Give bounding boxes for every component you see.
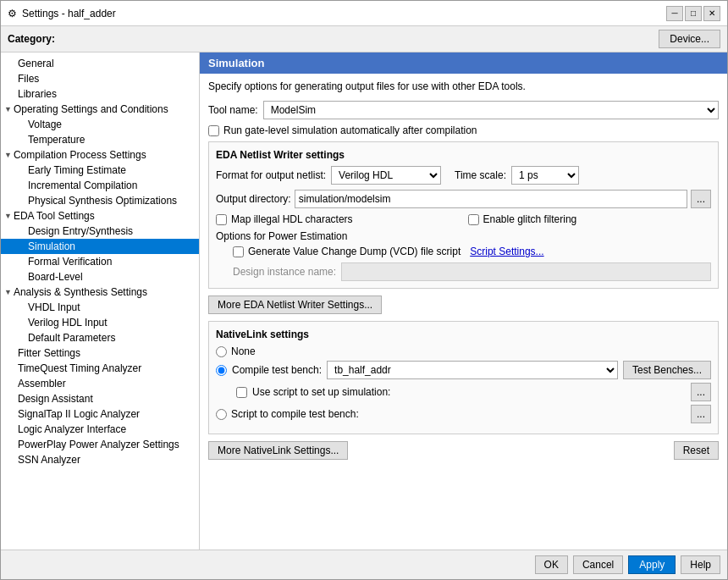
script-compile-row: Script to compile test bench: ...	[216, 405, 711, 423]
chevron-down-icon: ▼	[4, 105, 12, 113]
more-eda-button[interactable]: More EDA Netlist Writer Settings...	[208, 296, 382, 314]
output-dir-input[interactable]: simulation/modelsim	[295, 190, 687, 208]
run-gate-level-checkbox[interactable]	[208, 125, 219, 136]
timescale-select[interactable]: 1 ps 10 ps 1 ns	[511, 166, 579, 185]
checkboxes-row: Map illegal HDL characters Enable glitch…	[216, 213, 711, 230]
tool-name-select[interactable]: ModelSim ModelSim-Altera None	[263, 101, 719, 119]
sidebar-item-assembler[interactable]: Assembler	[1, 376, 199, 391]
sidebar-item-libraries[interactable]: Libraries	[1, 86, 199, 102]
sidebar-label-compilation: Compilation Process Settings	[14, 149, 146, 161]
title-buttons: ─ □ ✕	[666, 6, 720, 21]
test-benches-button[interactable]: Test Benches...	[623, 361, 711, 379]
sidebar-section-analysis[interactable]: ▼ Analysis & Synthesis Settings	[1, 284, 199, 300]
none-radio[interactable]	[216, 346, 227, 357]
minimize-button[interactable]: ─	[666, 6, 683, 21]
use-script-label: Use script to set up simulation:	[252, 386, 390, 398]
sidebar-item-incremental[interactable]: Incremental Compilation	[1, 178, 199, 193]
sidebar-item-ssn[interactable]: SSN Analyzer	[1, 452, 199, 467]
close-button[interactable]: ✕	[703, 6, 720, 21]
sidebar-item-vhdl[interactable]: VHDL Input	[1, 300, 199, 315]
use-script-browse-button[interactable]: ...	[691, 383, 711, 401]
design-instance-row: Design instance name:	[233, 262, 711, 281]
compile-bench-row: Compile test bench: tb_half_addr Test Be…	[216, 361, 711, 379]
panel-description: Specify options for generating output fi…	[208, 80, 719, 92]
map-illegal-label: Map illegal HDL characters	[231, 213, 353, 225]
sidebar-item-design-entry[interactable]: Design Entry/Synthesis	[1, 224, 199, 239]
right-panel: Simulation Specify options for generatin…	[200, 52, 727, 550]
sidebar-item-powerplay[interactable]: PowerPlay Power Analyzer Settings	[1, 437, 199, 452]
sidebar-item-timequest[interactable]: TimeQuest Timing Analyzer	[1, 361, 199, 376]
sidebar-label-eda: EDA Tool Settings	[14, 210, 95, 222]
generate-vcd-label: Generate Value Change Dump (VCD) file sc…	[248, 246, 461, 257]
title-bar-left: ⚙ Settings - half_adder	[8, 8, 116, 19]
output-dir-browse-button[interactable]: ...	[691, 190, 711, 208]
sidebar-item-design-assistant[interactable]: Design Assistant	[1, 391, 199, 406]
output-dir-row: Output directory: simulation/modelsim ..…	[216, 190, 711, 208]
sidebar-item-files[interactable]: Files	[1, 71, 199, 86]
sidebar-section-eda[interactable]: ▼ EDA Tool Settings	[1, 208, 199, 224]
ok-button[interactable]: OK	[535, 555, 568, 574]
script-compile-radio[interactable]	[216, 409, 227, 420]
map-illegal-row: Map illegal HDL characters	[216, 213, 460, 225]
sidebar-item-voltage[interactable]: Voltage	[1, 117, 199, 132]
device-button[interactable]: Device...	[659, 30, 720, 48]
format-label: Format for output netlist:	[216, 169, 326, 181]
sidebar-item-early-timing[interactable]: Early Timing Estimate	[1, 163, 199, 178]
maximize-button[interactable]: □	[685, 6, 702, 21]
title-bar: ⚙ Settings - half_adder ─ □ ✕	[1, 1, 727, 26]
sidebar-section-compilation[interactable]: ▼ Compilation Process Settings	[1, 147, 199, 163]
window-title: Settings - half_adder	[22, 8, 116, 19]
sidebar-item-default-params[interactable]: Default Parameters	[1, 330, 199, 345]
timescale-label: Time scale:	[455, 169, 506, 181]
header-bar: Category: Device...	[1, 26, 727, 52]
output-dir-label: Output directory:	[216, 193, 291, 205]
more-nativelink-button[interactable]: More NativeLink Settings...	[208, 441, 348, 460]
sidebar-item-formal-verification[interactable]: Formal Verification	[1, 254, 199, 269]
map-illegal-checkbox[interactable]	[216, 214, 227, 225]
compile-bench-radio[interactable]	[216, 365, 227, 376]
sidebar-item-physical-synthesis[interactable]: Physical Synthesis Optimizations	[1, 193, 199, 208]
enable-glitch-checkbox[interactable]	[468, 214, 479, 225]
sidebar-item-general[interactable]: General	[1, 56, 199, 71]
script-compile-label: Script to compile test bench:	[231, 408, 359, 420]
sidebar-label-analysis: Analysis & Synthesis Settings	[14, 286, 147, 298]
use-script-checkbox[interactable]	[236, 387, 247, 398]
help-button[interactable]: Help	[681, 555, 720, 574]
eda-netlist-title: EDA Netlist Writer settings	[216, 149, 711, 161]
apply-button[interactable]: Apply	[628, 555, 676, 574]
format-select[interactable]: Verilog HDL VHDL	[331, 166, 441, 185]
sidebar-item-board-level[interactable]: Board-Level	[1, 269, 199, 284]
settings-window: ⚙ Settings - half_adder ─ □ ✕ Category: …	[0, 0, 728, 580]
chevron-down-icon-2: ▼	[4, 151, 12, 159]
category-label: Category:	[8, 33, 55, 45]
use-script-row: Use script to set up simulation: ...	[216, 383, 711, 401]
design-instance-label: Design instance name:	[233, 266, 336, 278]
sidebar-item-fitter[interactable]: Fitter Settings	[1, 345, 199, 361]
none-label: None	[231, 345, 256, 357]
sidebar-item-logic-analyzer[interactable]: Logic Analyzer Interface	[1, 422, 199, 437]
sidebar: General Files Libraries ▼ Operating Sett…	[1, 52, 200, 550]
enable-glitch-row: Enable glitch filtering	[468, 213, 712, 225]
cancel-button[interactable]: Cancel	[573, 555, 623, 574]
vcd-row: Generate Value Change Dump (VCD) file sc…	[233, 246, 711, 257]
power-estimation-label: Options for Power Estimation	[216, 230, 711, 242]
enable-glitch-label: Enable glitch filtering	[483, 213, 577, 225]
sidebar-item-signaltap[interactable]: SignalTap II Logic Analyzer	[1, 406, 199, 422]
reset-button[interactable]: Reset	[674, 441, 719, 460]
generate-vcd-checkbox[interactable]	[233, 246, 244, 257]
sidebar-item-temperature[interactable]: Temperature	[1, 132, 199, 147]
run-gate-level-row: Run gate-level simulation automatically …	[208, 124, 719, 136]
chevron-down-icon-4: ▼	[4, 288, 12, 296]
window-icon: ⚙	[8, 8, 17, 19]
script-compile-browse-button[interactable]: ...	[691, 405, 711, 423]
compile-bench-select[interactable]: tb_half_addr	[327, 361, 618, 379]
panel-content: Specify options for generating output fi…	[200, 74, 727, 550]
script-settings-button[interactable]: Script Settings...	[470, 246, 543, 257]
tool-name-row: Tool name: ModelSim ModelSim-Altera None	[208, 101, 719, 119]
sidebar-item-simulation[interactable]: Simulation	[1, 239, 199, 254]
compile-bench-label: Compile test bench:	[232, 364, 322, 376]
none-radio-row: None	[216, 345, 711, 357]
sidebar-item-verilog[interactable]: Verilog HDL Input	[1, 315, 199, 330]
format-timescale-row: Format for output netlist: Verilog HDL V…	[216, 166, 711, 185]
sidebar-section-operating[interactable]: ▼ Operating Settings and Conditions	[1, 102, 199, 117]
